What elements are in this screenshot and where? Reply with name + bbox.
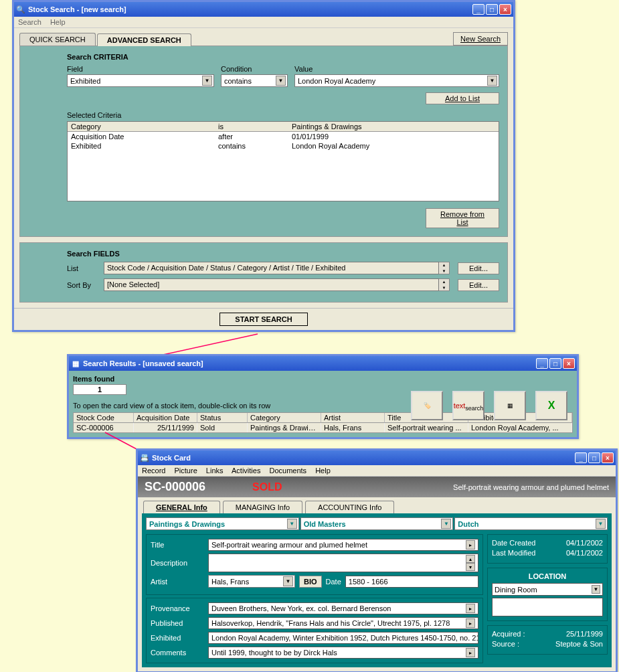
tab-advanced-search[interactable]: ADVANCED SEARCH bbox=[97, 33, 191, 46]
tab-managing-info[interactable]: MANAGING Info bbox=[223, 501, 302, 513]
acquired-value: 25/11/1999 bbox=[566, 630, 603, 638]
comments-field[interactable]: Until 1999, thought to be by Dirck Hals▸ bbox=[208, 647, 478, 659]
text-search-tool-button[interactable]: textsearch bbox=[452, 391, 484, 420]
criteria-row-cond: after bbox=[218, 133, 292, 141]
field-select[interactable]: Exhibited▼ bbox=[67, 74, 214, 87]
criteria-row-cond: is bbox=[218, 122, 292, 131]
criteria-row-cond: contains bbox=[218, 142, 292, 150]
titlebar[interactable]: 📇 Stock Card _ □ × bbox=[138, 450, 616, 465]
value-select[interactable]: London Royal Academy▼ bbox=[294, 74, 499, 87]
menu-search[interactable]: Search bbox=[18, 18, 41, 26]
date-field[interactable]: 1580 - 1666 bbox=[345, 576, 478, 588]
artist-label: Artist bbox=[151, 578, 204, 586]
titlebar[interactable]: 🔍 Stock Search - [new search] _ □ × bbox=[14, 2, 513, 17]
results-row[interactable]: SC-000006 25/11/1999 Sold Paintings & Dr… bbox=[74, 423, 572, 432]
maximize-button[interactable]: □ bbox=[588, 452, 600, 463]
date-label: Date bbox=[326, 578, 341, 586]
menu-activities[interactable]: Activities bbox=[232, 467, 260, 475]
minimize-button[interactable]: _ bbox=[575, 452, 587, 463]
exhibited-field[interactable]: London Royal Academy, Winter Exhibition … bbox=[208, 632, 478, 644]
condition-label: Condition bbox=[221, 65, 288, 73]
selected-criteria-label: Selected Criteria bbox=[67, 111, 499, 119]
close-button[interactable]: × bbox=[499, 4, 511, 15]
edit-list-button[interactable]: Edit... bbox=[458, 262, 499, 274]
maximize-button[interactable]: □ bbox=[549, 358, 561, 369]
list-label: List bbox=[67, 264, 104, 272]
scroll-down-icon: ▾ bbox=[466, 563, 475, 571]
title-label: Title bbox=[151, 541, 204, 549]
minimize-button[interactable]: _ bbox=[536, 358, 548, 369]
chevron-down-icon: ▼ bbox=[592, 585, 600, 594]
selected-criteria-list[interactable]: Category is Paintings & Drawings Acquisi… bbox=[67, 121, 499, 201]
tag-tool-button[interactable]: 🏷️ bbox=[411, 391, 443, 420]
menubar: Search Help bbox=[14, 17, 513, 28]
provenance-field[interactable]: Duveen Brothers, New York, ex. col. Bern… bbox=[208, 602, 478, 614]
chevron-down-icon: ▼ bbox=[441, 519, 451, 529]
title-field[interactable]: Self-portrait wearing armour and plumed … bbox=[208, 539, 478, 551]
menu-links[interactable]: Links bbox=[206, 467, 224, 475]
status-badge: SOLD bbox=[252, 481, 282, 493]
fields-heading: Search FIELDS bbox=[67, 250, 499, 258]
scroll-icon: ▸ bbox=[466, 618, 475, 628]
menu-documents[interactable]: Documents bbox=[269, 467, 306, 475]
list-spinner[interactable]: ▲▼ bbox=[439, 262, 450, 274]
source-label: Source : bbox=[492, 640, 519, 648]
acquired-label: Acquired : bbox=[492, 630, 525, 638]
chevron-down-icon: ▼ bbox=[276, 76, 286, 86]
excel-export-button[interactable]: X bbox=[535, 391, 567, 420]
card-icon: 📇 bbox=[140, 453, 149, 463]
stock-card-header: SC-000006 SOLD Self-portrait wearing arm… bbox=[138, 477, 616, 497]
item-title: Self-portrait wearing armour and plumed … bbox=[453, 483, 609, 491]
scroll-icon: ▸ bbox=[466, 648, 475, 657]
minimize-button[interactable]: _ bbox=[472, 4, 484, 15]
menu-picture[interactable]: Picture bbox=[175, 467, 197, 475]
edit-sort-button[interactable]: Edit... bbox=[458, 279, 499, 291]
last-modified-value: 04/11/2002 bbox=[566, 549, 603, 557]
scroll-icon: ▸ bbox=[466, 540, 475, 550]
menu-record[interactable]: Record bbox=[142, 467, 165, 475]
location-box: LOCATION Dining Room▼ bbox=[487, 568, 608, 621]
menu-help[interactable]: Help bbox=[50, 18, 66, 26]
menu-help[interactable]: Help bbox=[315, 467, 331, 475]
published-field[interactable]: Halsoverkop, Hendrik, "Frans Hals and hi… bbox=[208, 617, 478, 629]
location-notes[interactable] bbox=[492, 598, 603, 616]
grid-tool-button[interactable]: ▦ bbox=[494, 391, 526, 420]
window-title: Stock Search - [new search] bbox=[28, 5, 126, 13]
provenance-label: Provenance bbox=[151, 604, 204, 612]
window-title: Search Results - [unsaved search] bbox=[83, 359, 203, 367]
school-select[interactable]: Dutch▼ bbox=[454, 517, 608, 530]
field-label: Field bbox=[67, 65, 214, 73]
date-created-value: 04/11/2002 bbox=[566, 539, 603, 547]
close-button[interactable]: × bbox=[563, 358, 575, 369]
condition-select[interactable]: contains▼ bbox=[221, 74, 288, 87]
remove-from-list-button[interactable]: Remove from List bbox=[426, 208, 499, 228]
add-to-list-button[interactable]: Add to List bbox=[426, 92, 499, 104]
chevron-down-icon: ▼ bbox=[202, 76, 212, 86]
sort-label: Sort By bbox=[67, 281, 104, 289]
sort-spinner[interactable]: ▲▼ bbox=[439, 278, 450, 291]
artist-select[interactable]: Hals, Frans▼ bbox=[208, 575, 295, 588]
items-found: Items found 1 bbox=[73, 375, 126, 395]
tab-general-info[interactable]: GENERAL Info bbox=[143, 501, 220, 513]
source-value: Steptoe & Son bbox=[555, 640, 603, 648]
titlebar[interactable]: ▦ Search Results - [unsaved search] _ □ … bbox=[69, 356, 577, 371]
last-modified-label: Last Modified bbox=[492, 549, 535, 557]
start-search-button[interactable]: START SEARCH bbox=[219, 313, 307, 326]
tab-quick-search[interactable]: QUICK SEARCH bbox=[19, 33, 96, 46]
description-field[interactable]: ▴▾ bbox=[208, 554, 478, 572]
location-select[interactable]: Dining Room▼ bbox=[492, 583, 603, 596]
sort-display: [None Selected] bbox=[104, 278, 439, 291]
stock-search-window: 🔍 Stock Search - [new search] _ □ × Sear… bbox=[12, 0, 515, 332]
acquisition-box: Acquired :25/11/1999 Source :Steptoe & S… bbox=[487, 625, 608, 655]
tab-accounting-info[interactable]: ACCOUNTING Info bbox=[305, 501, 394, 513]
bio-button[interactable]: BIO bbox=[299, 576, 322, 588]
criteria-row-val: Paintings & Drawings bbox=[292, 122, 495, 131]
close-button[interactable]: × bbox=[602, 452, 614, 463]
description-label: Description bbox=[151, 559, 204, 567]
category-select[interactable]: Paintings & Drawings▼ bbox=[146, 517, 299, 530]
subcategory-select[interactable]: Old Masters▼ bbox=[300, 517, 454, 530]
maximize-button[interactable]: □ bbox=[486, 4, 498, 15]
new-search-button[interactable]: New Search bbox=[453, 32, 508, 46]
date-created-label: Date Created bbox=[492, 539, 535, 547]
list-display: Stock Code / Acquisition Date / Status /… bbox=[104, 262, 439, 274]
